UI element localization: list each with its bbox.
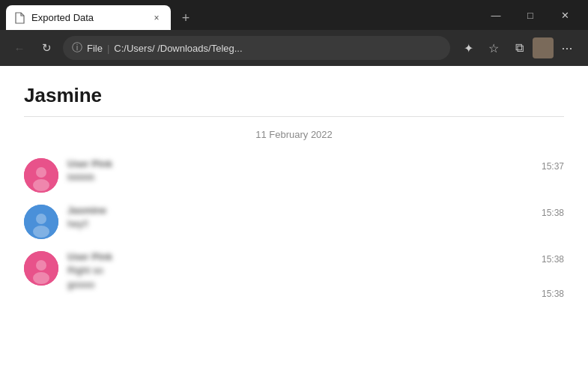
svg-point-2 bbox=[33, 179, 49, 191]
avatar-image-1 bbox=[24, 158, 58, 193]
file-label: File bbox=[87, 43, 103, 54]
profile-icon[interactable] bbox=[533, 37, 554, 58]
message-item: Jasmine hey!! 15:38 bbox=[24, 199, 564, 245]
collections-icon[interactable]: ⧉ bbox=[507, 36, 531, 60]
avatar bbox=[24, 251, 58, 286]
address-divider: | bbox=[107, 43, 109, 54]
favorites-icon[interactable]: ☆ bbox=[482, 36, 506, 60]
message-text-2: goooo bbox=[67, 279, 542, 290]
message-sender: Jasmine bbox=[67, 205, 542, 216]
message-time: 15:37 bbox=[542, 158, 564, 172]
avatar bbox=[24, 205, 58, 239]
tab-title: Exported Data bbox=[31, 12, 144, 23]
message-time-2: 15:38 bbox=[542, 286, 564, 299]
avatar-image-2 bbox=[24, 205, 58, 239]
message-sender: User Pink bbox=[67, 158, 542, 169]
date-separator: 11 February 2022 bbox=[24, 129, 564, 140]
message-item: User Pink hhhhh 15:37 bbox=[24, 152, 564, 199]
message-list: User Pink hhhhh 15:37 Jasmine hey!! 15:3… bbox=[24, 152, 564, 305]
message-body: User Pink Right so goooo bbox=[67, 251, 542, 290]
message-body: Jasmine hey!! bbox=[67, 205, 542, 229]
svg-point-5 bbox=[33, 226, 49, 238]
window-controls: — □ ✕ bbox=[479, 3, 582, 30]
message-item: User Pink Right so goooo 15:38 15:38 bbox=[24, 245, 564, 305]
minimize-button[interactable]: — bbox=[479, 3, 513, 27]
tab-document-icon bbox=[13, 12, 25, 24]
maximize-button[interactable]: □ bbox=[513, 3, 548, 27]
refresh-button[interactable]: ↻ bbox=[36, 37, 57, 58]
message-times: 15:38 15:38 bbox=[542, 251, 564, 299]
svg-point-8 bbox=[33, 272, 49, 284]
tab-close-button[interactable]: × bbox=[150, 11, 163, 25]
message-body: User Pink hhhhh bbox=[67, 158, 542, 183]
svg-point-7 bbox=[36, 260, 46, 271]
tab-bar: Exported Data × + — □ ✕ bbox=[0, 0, 588, 30]
message-time: 15:38 bbox=[542, 205, 564, 218]
back-button[interactable]: ← bbox=[9, 37, 30, 58]
message-time: 15:38 bbox=[542, 251, 564, 265]
message-text: Right so bbox=[67, 265, 542, 276]
close-button[interactable]: ✕ bbox=[548, 3, 582, 27]
message-text: hey!! bbox=[67, 218, 542, 229]
avatar bbox=[24, 158, 58, 193]
active-tab[interactable]: Exported Data × bbox=[6, 5, 171, 30]
add-to-favorites-icon[interactable]: ✦ bbox=[456, 36, 480, 60]
avatar-image-3 bbox=[24, 251, 58, 286]
page-content: Jasmine 11 February 2022 User Pink hhhhh… bbox=[0, 66, 588, 389]
new-tab-button[interactable]: + bbox=[174, 6, 198, 30]
message-sender: User Pink bbox=[67, 251, 542, 262]
address-input[interactable]: ⓘ File | C:/Users/ /Downloads/Teleg... bbox=[63, 36, 450, 60]
browser-menu-button[interactable]: ··· bbox=[555, 36, 579, 60]
browser-chrome: Exported Data × + — □ ✕ ← ↻ ⓘ File | C:/… bbox=[0, 0, 588, 66]
address-url: C:/Users/ /Downloads/Teleg... bbox=[114, 43, 242, 54]
svg-point-1 bbox=[36, 167, 46, 178]
chat-title: Jasmine bbox=[24, 84, 564, 117]
info-icon: ⓘ bbox=[72, 41, 82, 55]
message-text: hhhhh bbox=[67, 172, 542, 183]
address-bar: ← ↻ ⓘ File | C:/Users/ /Downloads/Teleg.… bbox=[0, 30, 588, 66]
svg-point-4 bbox=[36, 214, 46, 224]
toolbar-icons: ✦ ☆ ⧉ ··· bbox=[456, 36, 579, 60]
